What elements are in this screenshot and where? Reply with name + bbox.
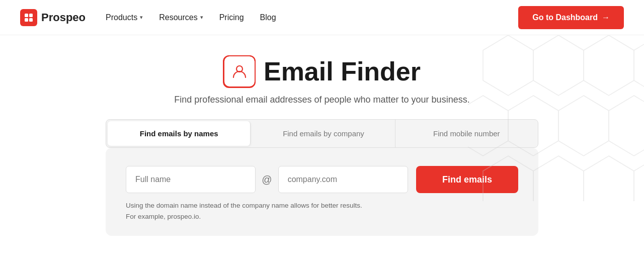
hero-subtitle: Find professional email addresses of peo… [174,95,469,105]
nav-menu: Products ▾ Resources ▾ Pricing Blog [106,13,276,22]
nav-item-products[interactable]: Products ▾ [106,13,143,22]
nav-pricing-label: Pricing [219,13,244,22]
svg-marker-10 [558,96,609,156]
page-title: Email Finder [264,56,421,86]
nav-blog-label: Blog [260,13,276,22]
go-to-dashboard-button[interactable]: Go to Dashboard → [518,6,624,29]
tab-find-by-names[interactable]: Find emails by names [108,121,251,146]
svg-marker-7 [634,35,644,96]
person-icon [230,62,249,80]
tab-find-by-company[interactable]: Find emails by company [252,120,395,147]
logo-text: Prospeo [41,11,86,24]
svg-marker-9 [508,96,558,156]
navbar: Prospeo Products ▾ Resources ▾ Pricing B… [0,0,644,35]
nav-resources-label: Resources [159,13,197,22]
domain-input[interactable] [278,166,408,193]
svg-marker-5 [533,35,584,96]
logo-icon [20,9,37,26]
arrow-icon: → [602,13,610,22]
svg-marker-4 [483,35,533,96]
person-icon-wrapper [223,55,256,87]
svg-rect-0 [25,14,28,17]
svg-marker-13 [533,156,584,201]
form-row: @ Find emails [126,166,518,193]
svg-rect-1 [29,14,33,17]
chevron-down-icon: ▾ [200,14,203,21]
svg-marker-8 [468,96,508,156]
svg-marker-11 [609,96,644,156]
nav-item-blog[interactable]: Blog [260,13,276,22]
svg-point-16 [236,66,243,72]
nav-item-pricing[interactable]: Pricing [219,13,244,22]
hex-background [468,35,644,201]
full-name-input[interactable] [126,166,256,193]
hero-title-row: Email Finder [223,55,421,87]
svg-rect-2 [25,18,28,22]
svg-rect-3 [29,18,33,22]
svg-marker-15 [634,156,644,201]
svg-marker-6 [584,35,634,96]
form-hint: Using the domain name instead of the com… [126,200,518,222]
logo[interactable]: Prospeo [20,9,86,26]
at-sign: @ [256,174,278,186]
chevron-down-icon: ▾ [140,14,143,21]
hero-section: Email Finder Find professional email add… [0,35,644,236]
cta-label: Go to Dashboard [532,13,598,22]
nav-item-resources[interactable]: Resources ▾ [159,13,203,22]
nav-products-label: Products [106,13,137,22]
svg-marker-12 [483,156,533,201]
svg-marker-14 [584,156,634,201]
